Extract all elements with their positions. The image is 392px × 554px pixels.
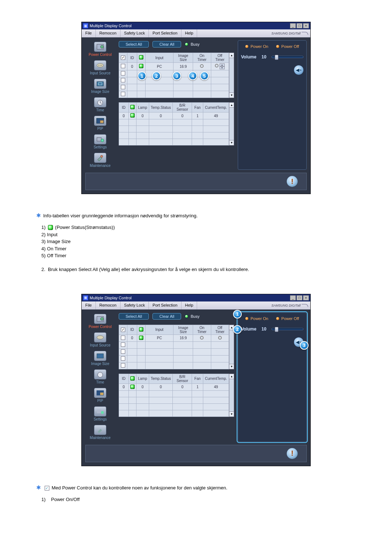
table-row[interactable]	[119, 119, 229, 126]
power-on-icon	[245, 45, 248, 48]
power-off-button[interactable]: Power Off	[276, 316, 299, 321]
sidebar-item-input-source[interactable]: Input Source	[85, 331, 115, 349]
menu-safety-lock[interactable]: Safety Lock	[121, 301, 149, 309]
close-button[interactable]: ×	[303, 23, 309, 28]
table-row[interactable]	[119, 410, 229, 416]
table-row[interactable]	[119, 341, 229, 348]
power-on-button[interactable]: Power On	[245, 44, 268, 49]
sidebar-item-label: Input Source	[90, 343, 111, 347]
table-row[interactable]	[119, 390, 229, 397]
col2-lamp: Lamp	[136, 103, 149, 112]
close-button[interactable]: ×	[303, 295, 309, 300]
busy-dot-icon	[185, 42, 188, 46]
table-row[interactable]: 0 0 0 0 1 49	[119, 112, 229, 119]
menu-file[interactable]: File	[82, 301, 96, 309]
select-all-button[interactable]: Select All	[119, 41, 149, 48]
minimize-button[interactable]: _	[290, 295, 296, 300]
row-checkbox[interactable]	[121, 64, 125, 68]
sidebar-item-label: Image Size	[91, 362, 109, 366]
volume-value: 10	[261, 327, 266, 332]
col2-status	[128, 103, 136, 112]
maximize-button[interactable]: □	[297, 295, 302, 300]
col-input: Input	[146, 53, 173, 63]
sidebar-item-label: Image Size	[91, 90, 109, 94]
sidebar-item-label: Maintenance	[90, 436, 110, 440]
power-off-icon	[276, 45, 279, 48]
power-on-button[interactable]: Power On	[245, 316, 268, 321]
sidebar-item-label: Time	[96, 380, 104, 384]
table-row[interactable]: 0 PC 16:9 ▴▾	[119, 63, 229, 70]
scrollbar[interactable]: ▴▾	[229, 53, 234, 98]
speaker-icon[interactable]: ◀»	[294, 65, 303, 75]
table-row[interactable]	[119, 91, 229, 98]
col-checkbox[interactable]	[121, 328, 125, 332]
sidebar-item-pip[interactable]: PIP	[85, 386, 115, 405]
svg-point-3	[98, 65, 99, 66]
scrollbar[interactable]: ▴▾	[229, 374, 234, 417]
window-title: Multiple Display Control	[90, 296, 290, 300]
volume-slider[interactable]	[271, 56, 303, 58]
off-timer-icon	[215, 64, 219, 67]
scrollbar[interactable]: ▴▾	[229, 102, 234, 145]
menu-help[interactable]: Help	[181, 29, 197, 37]
sidebar-item-settings[interactable]: Settings	[85, 133, 115, 151]
menu-port-selection[interactable]: Port Selection	[149, 301, 181, 309]
col-input: Input	[146, 325, 173, 335]
table-row[interactable]: 0000149	[119, 383, 229, 390]
sidebar-item-input-source[interactable]: Input Source	[85, 59, 115, 77]
on-timer-icon	[200, 64, 204, 68]
maximize-button[interactable]: □	[297, 23, 302, 28]
sidebar-item-image-size[interactable]: Image Size	[85, 349, 115, 368]
sidebar-item-pip[interactable]: PIP	[85, 114, 115, 133]
busy-indicator: Busy	[185, 42, 199, 46]
table-row[interactable]	[119, 139, 229, 145]
sidebar-item-power-control[interactable]: Power Control	[85, 312, 115, 331]
svg-point-14	[101, 139, 104, 142]
menu-help[interactable]: Help	[181, 301, 197, 309]
power-off-icon	[276, 317, 279, 320]
table-row[interactable]	[119, 126, 229, 132]
title-bar[interactable]: ▦ Multiple Display Control _ □ ×	[82, 294, 310, 301]
sidebar-item-power-control[interactable]: Power Control	[85, 40, 115, 59]
title-bar[interactable]: ▦ Multiple Display Control _ □ ×	[82, 22, 310, 29]
sidebar: Power Control Input Source Image Size Ti…	[85, 40, 115, 170]
maintenance-icon	[94, 153, 106, 163]
table-row[interactable]	[119, 362, 229, 369]
clear-all-button[interactable]: Clear All	[152, 41, 181, 48]
info-text-2: 2. Bruk knappen Select All (Velg alle) e…	[41, 267, 367, 272]
svg-point-24	[101, 411, 104, 414]
table-row[interactable]	[119, 84, 229, 91]
table-row[interactable]	[119, 355, 229, 362]
svg-rect-19	[97, 354, 103, 358]
col-off-timer: Off Timer	[211, 53, 229, 63]
clear-all-button[interactable]: Clear All	[152, 313, 181, 320]
select-all-button[interactable]: Select All	[119, 313, 149, 320]
status-icon	[48, 225, 53, 230]
menu-remocon[interactable]: Remocon	[96, 29, 121, 37]
table-row[interactable]	[119, 397, 229, 403]
sidebar-item-maintenance[interactable]: Maintenance	[85, 151, 115, 170]
menu-safety-lock[interactable]: Safety Lock	[121, 29, 149, 37]
time-icon	[94, 369, 106, 379]
table-row[interactable]: 0 PC 16:9	[119, 335, 229, 341]
app-icon: ▦	[83, 23, 88, 28]
sidebar-item-maintenance[interactable]: Maintenance	[85, 423, 115, 442]
status-icon	[139, 64, 143, 68]
sidebar-item-time[interactable]: Time	[85, 368, 115, 386]
table-row[interactable]	[119, 403, 229, 410]
menu-remocon[interactable]: Remocon	[96, 301, 121, 309]
volume-slider[interactable]	[271, 328, 303, 330]
power-off-button[interactable]: Power Off	[276, 44, 299, 49]
sidebar-item-time[interactable]: Time	[85, 96, 115, 114]
table-row[interactable]	[119, 348, 229, 355]
alert-icon: !	[287, 176, 298, 187]
minimize-button[interactable]: _	[290, 23, 296, 28]
info-list-2: 1) Power On/Off	[41, 496, 367, 503]
sidebar-item-image-size[interactable]: Image Size	[85, 77, 115, 96]
table-row[interactable]	[119, 132, 229, 139]
input-source-icon	[94, 60, 106, 70]
sidebar-item-settings[interactable]: Settings	[85, 405, 115, 423]
col-checkbox[interactable]	[119, 53, 127, 63]
menu-file[interactable]: File	[82, 29, 96, 37]
menu-port-selection[interactable]: Port Selection	[149, 29, 181, 37]
